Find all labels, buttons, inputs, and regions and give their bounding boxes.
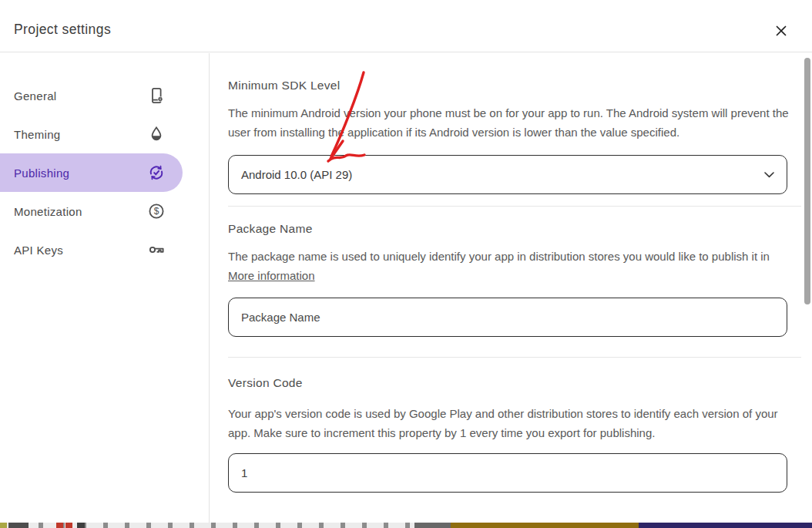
strip-segment-indigo <box>639 523 812 528</box>
dollar-circle-icon: $ <box>147 202 166 220</box>
package-name-description-text: The package name is used to uniquely ide… <box>228 250 770 263</box>
svg-text:$: $ <box>154 206 159 217</box>
strip-mark-dark <box>8 523 29 528</box>
sidebar-item-publishing[interactable]: Publishing <box>0 153 183 192</box>
version-code-heading: Version Code <box>228 376 801 390</box>
close-icon <box>775 25 787 37</box>
dialog-header: Project settings <box>0 0 812 52</box>
package-name-input[interactable] <box>228 298 787 337</box>
strip-segment-amber <box>451 523 639 528</box>
strip-mark-dark <box>77 523 85 528</box>
sidebar-item-label: Theming <box>14 128 147 141</box>
minimum-sdk-heading: Minimum SDK Level <box>228 79 801 92</box>
sidebar-item-label: API Keys <box>14 244 147 257</box>
publish-changes-icon <box>147 163 166 182</box>
sidebar-item-general[interactable]: General <box>0 76 183 115</box>
version-code-description: Your app's version code is used by Googl… <box>228 404 798 442</box>
section-divider <box>228 357 801 358</box>
sidebar-item-label: Monetization <box>14 205 147 218</box>
minimum-sdk-dropdown[interactable]: Android 10.0 (API 29) <box>228 155 787 194</box>
package-name-heading: Package Name <box>228 222 801 236</box>
chevron-down-icon <box>764 172 774 178</box>
version-code-input[interactable] <box>228 453 787 493</box>
background-content-strip <box>0 523 812 528</box>
package-name-description: The package name is used to uniquely ide… <box>228 247 798 285</box>
minimum-sdk-description: The minimum Android version your phone m… <box>228 103 798 142</box>
strip-mark-red <box>65 523 72 528</box>
phone-settings-icon <box>147 86 166 105</box>
sidebar-item-api-keys[interactable]: API Keys <box>0 230 183 269</box>
scrollbar-thumb[interactable] <box>804 58 810 304</box>
strip-mark-green <box>0 523 7 528</box>
scrollbar-track[interactable] <box>802 53 812 523</box>
sidebar-item-label: Publishing <box>14 166 147 180</box>
strip-mark-red <box>56 523 63 528</box>
settings-sidebar: General Theming <box>0 53 210 523</box>
droplet-icon <box>147 125 166 143</box>
more-information-link[interactable]: More information <box>228 269 315 282</box>
dialog-title: Project settings <box>14 22 111 38</box>
section-divider <box>228 206 801 207</box>
minimum-sdk-selected-value: Android 10.0 (API 29) <box>241 168 352 181</box>
sidebar-item-monetization[interactable]: Monetization $ <box>0 192 183 230</box>
strip-segment-gray <box>414 523 451 528</box>
close-button[interactable] <box>773 23 789 39</box>
sidebar-item-label: General <box>14 89 147 103</box>
publishing-settings-panel: Minimum SDK Level The minimum Android ve… <box>210 53 801 523</box>
key-icon <box>147 240 166 259</box>
sidebar-item-theming[interactable]: Theming <box>0 115 183 153</box>
